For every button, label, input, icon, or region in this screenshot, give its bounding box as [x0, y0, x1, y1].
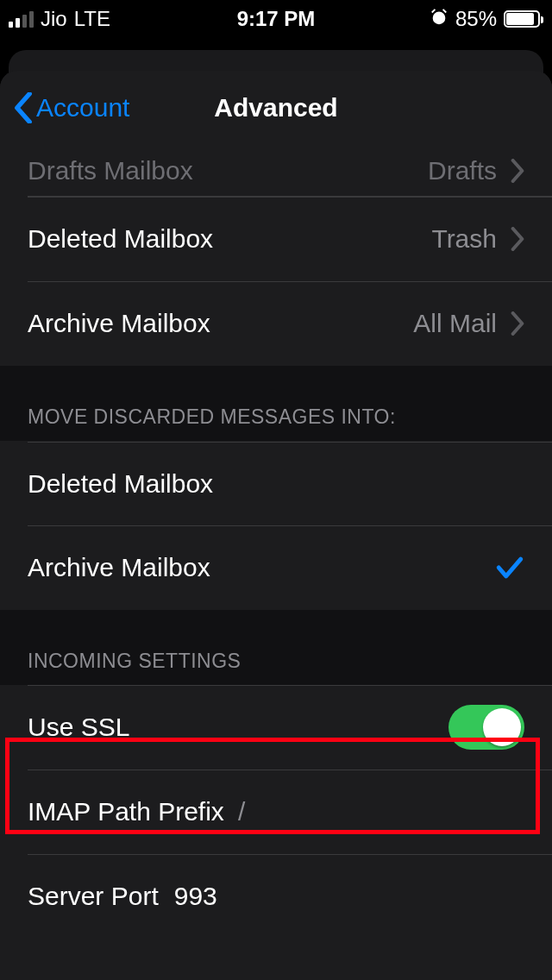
discarded-group: Deleted Mailbox Archive Mailbox: [0, 441, 552, 610]
back-label: Account: [36, 93, 129, 122]
mailbox-behaviors-group: Drafts Mailbox Drafts Deleted Mailbox Tr…: [0, 145, 552, 366]
deleted-mailbox-value: Trash: [431, 224, 497, 254]
page-title: Advanced: [214, 93, 337, 122]
incoming-header: Incoming Settings: [0, 610, 552, 685]
archive-mailbox-row[interactable]: Archive Mailbox All Mail: [0, 281, 552, 366]
use-ssl-toggle[interactable]: [448, 705, 524, 750]
check-icon: [495, 553, 524, 582]
carrier-label: Jio: [41, 7, 67, 31]
chevron-right-icon: [511, 159, 524, 183]
discarded-archive-row[interactable]: Archive Mailbox: [0, 525, 552, 610]
settings-sheet: Account Advanced Drafts Mailbox Drafts D…: [0, 71, 552, 980]
battery-icon: [504, 10, 540, 28]
back-button[interactable]: Account: [14, 92, 129, 123]
server-port-row[interactable]: Server Port 993: [0, 854, 552, 939]
signal-icon: [9, 10, 34, 28]
deleted-mailbox-label: Deleted Mailbox: [28, 224, 431, 254]
archive-mailbox-label: Archive Mailbox: [28, 309, 413, 338]
status-right: 85%: [430, 7, 540, 31]
discarded-deleted-row[interactable]: Deleted Mailbox: [0, 441, 552, 525]
status-bar: Jio LTE 9:17 PM 85%: [0, 0, 552, 38]
archive-mailbox-value: All Mail: [413, 309, 497, 338]
drafts-mailbox-label: Drafts Mailbox: [28, 156, 428, 185]
chevron-left-icon: [14, 92, 33, 123]
discarded-archive-label: Archive Mailbox: [28, 553, 495, 582]
incoming-group: Use SSL IMAP Path Prefix / Server Port 9…: [0, 685, 552, 939]
content-scroll[interactable]: Drafts Mailbox Drafts Deleted Mailbox Tr…: [0, 145, 552, 980]
chevron-right-icon: [511, 311, 524, 336]
status-left: Jio LTE: [9, 7, 110, 31]
clock-label: 9:17 PM: [237, 7, 316, 31]
discarded-deleted-label: Deleted Mailbox: [28, 469, 524, 499]
server-port-value: 993: [174, 882, 217, 911]
alarm-icon: [430, 8, 448, 31]
discarded-header: Move Discarded Messages Into:: [0, 366, 552, 441]
svg-point-0: [433, 11, 446, 24]
imap-prefix-value: /: [238, 797, 245, 826]
deleted-mailbox-row[interactable]: Deleted Mailbox Trash: [0, 197, 552, 281]
chevron-right-icon: [511, 227, 524, 251]
imap-prefix-label: IMAP Path Prefix: [28, 797, 224, 826]
use-ssl-row[interactable]: Use SSL: [0, 685, 552, 770]
drafts-mailbox-value: Drafts: [428, 156, 497, 185]
network-label: LTE: [74, 7, 110, 31]
nav-bar: Account Advanced: [0, 71, 552, 145]
drafts-mailbox-row[interactable]: Drafts Mailbox Drafts: [0, 145, 552, 197]
battery-percent: 85%: [455, 7, 497, 31]
use-ssl-label: Use SSL: [28, 713, 448, 742]
imap-prefix-row[interactable]: IMAP Path Prefix /: [0, 770, 552, 854]
server-port-label: Server Port: [28, 882, 159, 911]
